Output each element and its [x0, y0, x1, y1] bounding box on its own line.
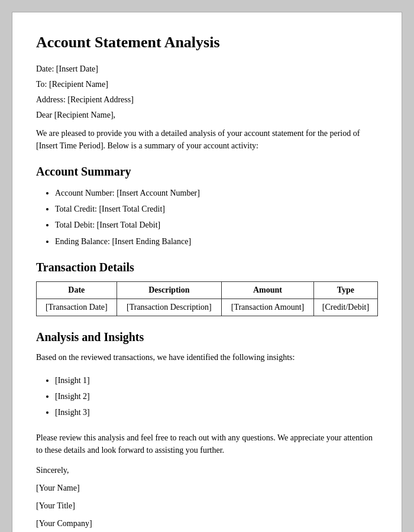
closing-paragraph: Please review this analysis and feel fre…: [36, 432, 378, 456]
cell-type: [Credit/Debit]: [313, 299, 377, 316]
list-item: Total Debit: [Insert Total Debit]: [55, 218, 378, 232]
your-company: [Your Company]: [36, 519, 378, 528]
account-summary-heading: Account Summary: [36, 165, 378, 179]
cell-date: [Transaction Date]: [37, 299, 117, 316]
your-name: [Your Name]: [36, 484, 378, 493]
list-item: Account Number: [Insert Account Number]: [55, 186, 378, 200]
account-summary-list: Account Number: [Insert Account Number] …: [55, 186, 378, 249]
col-amount: Amount: [222, 281, 314, 299]
analysis-heading: Analysis and Insights: [36, 330, 378, 344]
table-header-row: Date Description Amount Type: [37, 281, 378, 299]
to-line: To: [Recipient Name]: [36, 80, 378, 89]
col-description: Description: [117, 281, 222, 299]
analysis-intro: Based on the reviewed transactions, we h…: [36, 351, 378, 364]
cell-description: [Transaction Description]: [117, 299, 222, 316]
transaction-details-heading: Transaction Details: [36, 261, 378, 274]
sincerely-line: Sincerely,: [36, 466, 378, 475]
list-item: [Insight 3]: [55, 405, 378, 420]
document-page: Account Statement Analysis Date: [Insert…: [12, 12, 402, 532]
list-item: Ending Balance: [Insert Ending Balance]: [55, 234, 378, 249]
your-title: [Your Title]: [36, 501, 378, 511]
list-item: [Insight 2]: [55, 389, 378, 404]
date-line: Date: [Insert Date]: [36, 64, 378, 74]
table-row: [Transaction Date] [Transaction Descript…: [37, 299, 378, 316]
transaction-table: Date Description Amount Type [Transactio…: [36, 281, 378, 316]
address-line: Address: [Recipient Address]: [36, 95, 378, 105]
insights-list: [Insight 1] [Insight 2] [Insight 3]: [55, 373, 378, 420]
list-item: [Insight 1]: [55, 373, 378, 388]
cell-amount: [Transaction Amount]: [222, 299, 314, 316]
col-date: Date: [37, 281, 117, 299]
dear-line: Dear [Recipient Name],: [36, 111, 378, 120]
list-item: Total Credit: [Insert Total Credit]: [55, 202, 378, 216]
col-type: Type: [313, 281, 377, 299]
document-title: Account Statement Analysis: [36, 34, 378, 51]
intro-paragraph: We are pleased to provide you with a det…: [36, 127, 378, 152]
